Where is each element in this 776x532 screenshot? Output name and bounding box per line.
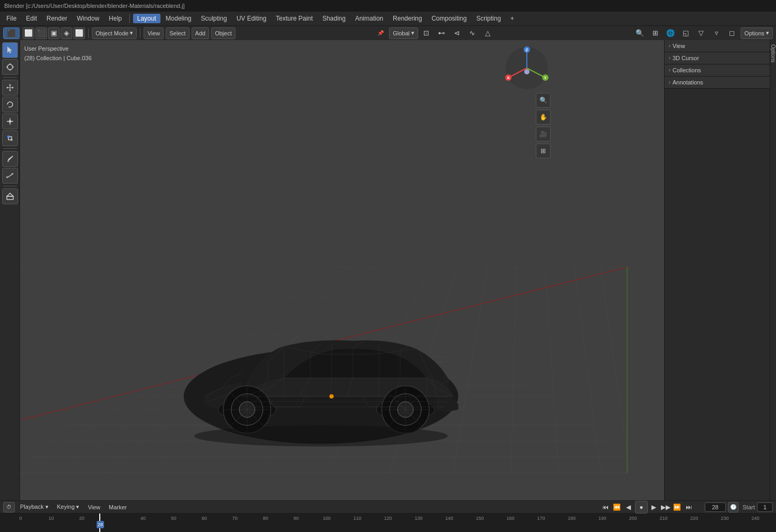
- measure-tool-btn[interactable]: [2, 168, 18, 184]
- camera-view-btn[interactable]: 🎥: [536, 127, 551, 141]
- prev-keyframe-btn[interactable]: ⏪: [612, 502, 622, 512]
- frame-200: 200: [618, 516, 648, 521]
- view-section-header[interactable]: › View: [665, 40, 770, 52]
- select-btn[interactable]: Select: [166, 27, 190, 39]
- menu-item-add[interactable]: +: [506, 14, 518, 23]
- object-label: Object: [215, 30, 232, 36]
- 3d-cursor-section-header[interactable]: › 3D Cursor: [665, 52, 770, 64]
- playback-btn[interactable]: Playback ▾: [17, 502, 52, 511]
- editor-type-btn[interactable]: ⬛: [3, 27, 20, 39]
- marker-btn[interactable]: Marker: [106, 503, 130, 511]
- left-toolbar: [0, 40, 20, 500]
- menu-item-uv-editing[interactable]: UV Editing: [232, 14, 271, 23]
- viewport-icon-1[interactable]: ⬜: [23, 27, 34, 39]
- frame-20: 20: [67, 516, 97, 521]
- menu-item-compositing[interactable]: Compositing: [427, 14, 471, 23]
- viewport-icon-4[interactable]: ◈: [61, 27, 72, 39]
- viewport-center-icon-4[interactable]: ⊲: [450, 26, 464, 40]
- viewport-right-icon-4[interactable]: ◱: [679, 26, 693, 40]
- menu-item-window[interactable]: Window: [72, 14, 103, 23]
- timeline-toolbar: ⏱ Playback ▾ Keying ▾ View Marker ⏮ ⏪ ◀ …: [0, 501, 776, 514]
- menu-item-texture-paint[interactable]: Texture Paint: [272, 14, 317, 23]
- collections-section-header[interactable]: › Collections: [665, 64, 770, 76]
- menu-item-layout[interactable]: Layout: [133, 14, 160, 23]
- step-forward-btn[interactable]: ▶▶: [660, 502, 671, 512]
- menu-item-shading[interactable]: Shading: [318, 14, 350, 23]
- menu-item-scripting[interactable]: Scripting: [472, 14, 505, 23]
- frame-140: 140: [434, 516, 465, 521]
- menu-item-animation[interactable]: Animation: [351, 14, 387, 23]
- menu-item-modeling[interactable]: Modeling: [162, 14, 196, 23]
- transform-tool-btn[interactable]: [2, 130, 18, 146]
- playhead-marker[interactable]: 28: [97, 521, 104, 528]
- view-btn[interactable]: View: [144, 27, 164, 39]
- frame-clock-btn[interactable]: 🕐: [728, 502, 739, 512]
- jump-start-btn[interactable]: ⏮: [600, 502, 611, 512]
- step-back-btn[interactable]: ◀: [623, 502, 634, 512]
- grid-view-btn[interactable]: ⊞: [536, 144, 551, 158]
- viewport-icon-5[interactable]: ⬜: [73, 27, 85, 39]
- viewport-center-icon-3[interactable]: ⊷: [435, 26, 449, 40]
- options-panel[interactable]: Options: [770, 40, 776, 500]
- 3d-cursor-section: › 3D Cursor: [665, 52, 770, 64]
- menu-item-sculpting[interactable]: Sculpting: [197, 14, 231, 23]
- viewport-icon-3[interactable]: ▣: [48, 27, 60, 39]
- menu-item-file[interactable]: File: [2, 14, 21, 23]
- viewport-center-icon-2[interactable]: ⊡: [420, 26, 433, 40]
- viewport-3d[interactable]: User Perspective (28) Collection | Cube.…: [20, 40, 664, 500]
- global-btn[interactable]: Global ▾: [389, 27, 418, 39]
- measure-icon: [6, 172, 14, 180]
- options-btn[interactable]: Options ▾: [741, 27, 773, 39]
- menu-bar: File Edit Render Window Help Layout Mode…: [0, 12, 776, 25]
- keying-btn[interactable]: Keying ▾: [54, 502, 83, 511]
- view-label: View: [147, 30, 160, 36]
- stop-btn[interactable]: ●: [635, 501, 648, 514]
- viewport-right-icon-2[interactable]: ⊞: [648, 26, 662, 40]
- toolbar: ⬛ ⬜ ⬛ ▣ ◈ ⬜ Object Mode ▾ View Select Ad…: [0, 25, 776, 40]
- viewport-right-icon-1[interactable]: 🔍: [633, 26, 647, 40]
- timeline-view-btn[interactable]: View: [84, 503, 103, 511]
- timeline-ruler[interactable]: 28 0 10 20 40 50 60 70 80 90 100 110 120…: [0, 514, 776, 532]
- rotate-tool-btn[interactable]: [2, 97, 18, 112]
- zoom-region-btn[interactable]: 🔍: [536, 93, 551, 108]
- menu-item-render[interactable]: Render: [42, 14, 71, 23]
- options-text[interactable]: Options: [769, 40, 776, 66]
- add-primitive-btn[interactable]: [2, 188, 18, 204]
- transform-icon: [6, 134, 14, 142]
- svg-point-79: [194, 425, 448, 446]
- global-label: Global: [393, 30, 410, 36]
- timeline-editor-type-btn[interactable]: ⏱: [3, 502, 15, 512]
- nav-gizmo[interactable]: Z Y X: [503, 44, 551, 93]
- viewport-center-icon-1[interactable]: 📌: [374, 26, 387, 40]
- add-btn[interactable]: Add: [192, 27, 210, 39]
- frame-28: [97, 516, 128, 521]
- menu-item-edit[interactable]: Edit: [22, 14, 41, 23]
- pan-view-btn[interactable]: ✋: [536, 110, 551, 125]
- start-frame-display[interactable]: 1: [757, 502, 773, 512]
- object-mode-btn[interactable]: Object Mode ▾: [92, 27, 137, 39]
- scale-tool-btn[interactable]: [2, 113, 18, 129]
- jump-end-btn[interactable]: ⏭: [684, 502, 694, 512]
- move-tool-btn[interactable]: [2, 80, 18, 96]
- menu-item-help[interactable]: Help: [105, 14, 126, 23]
- annotate-tool-btn[interactable]: [2, 151, 18, 167]
- object-btn[interactable]: Object: [211, 27, 235, 39]
- viewport-right-icon-6[interactable]: ▿: [709, 26, 723, 40]
- nav-gizmo-svg[interactable]: Z Y X: [503, 44, 551, 92]
- play-forward-btn[interactable]: ▶: [649, 502, 659, 512]
- select-tool-btn[interactable]: [2, 42, 18, 58]
- frame-240: 240: [740, 516, 771, 521]
- next-keyframe-btn[interactable]: ⏩: [672, 502, 683, 512]
- viewport-icon-2[interactable]: ⬛: [35, 27, 47, 39]
- annotations-section-header[interactable]: › Annotations: [665, 77, 770, 88]
- cursor-tool-btn[interactable]: [2, 59, 18, 75]
- viewport-right-icon-5[interactable]: ▽: [694, 26, 708, 40]
- menu-item-rendering[interactable]: Rendering: [389, 14, 426, 23]
- frame-number-display[interactable]: 28: [705, 502, 726, 512]
- viewport-center-icon-5[interactable]: ∿: [466, 26, 479, 40]
- frame-170: 170: [526, 516, 556, 521]
- viewport-right-icon-7[interactable]: ◻: [725, 26, 739, 40]
- viewport-center-icon-6[interactable]: △: [481, 26, 495, 40]
- frame-70: 70: [220, 516, 250, 521]
- viewport-right-icon-3[interactable]: 🌐: [664, 26, 677, 40]
